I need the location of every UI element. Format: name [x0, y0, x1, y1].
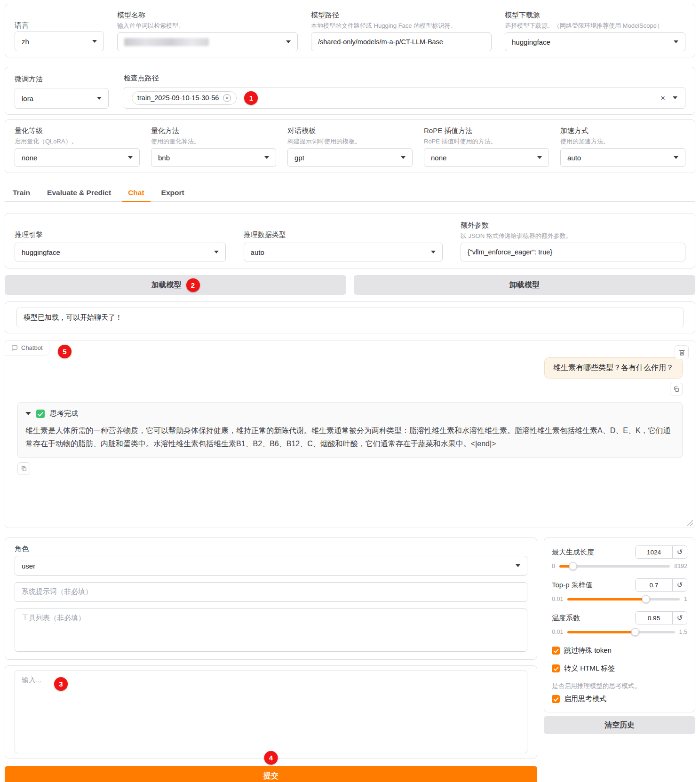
chevron-down-icon[interactable]: [673, 96, 677, 99]
booster-value: auto: [567, 154, 581, 162]
booster-dropdown[interactable]: auto: [560, 148, 685, 167]
infer-dtype-value: auto: [251, 248, 264, 256]
model-name-dropdown[interactable]: [117, 32, 298, 51]
skip-special-tokens-checkbox[interactable]: 跳过特殊 token: [552, 646, 687, 655]
load-model-label: 加载模型: [151, 280, 182, 290]
chevron-down-icon: [401, 156, 406, 159]
booster-hint: 使用的加速方法。: [560, 137, 685, 146]
extra-args-label: 额外参数: [461, 220, 685, 230]
query-input[interactable]: [15, 671, 527, 753]
system-prompt-input[interactable]: [15, 582, 527, 602]
chevron-down-icon: [264, 156, 269, 159]
chevron-down-icon: [92, 40, 97, 43]
copy-user-message-button[interactable]: [670, 383, 683, 395]
rope-dropdown[interactable]: none: [424, 148, 549, 167]
slider-thumb[interactable]: [642, 595, 650, 603]
quant-bit-field: 量化等级 启用量化（QLoRA）。 none: [15, 126, 140, 167]
infer-dtype-dropdown[interactable]: auto: [244, 243, 443, 261]
hub-label: 模型下载源: [505, 10, 685, 20]
escape-html-checkbox[interactable]: 转义 HTML 标签: [552, 664, 687, 673]
annotation-badge-2: 2: [186, 278, 200, 292]
user-message-bubble: 维生素有哪些类型？各有什么作用？: [544, 357, 683, 379]
hub-value: huggingface: [512, 38, 550, 46]
submit-button[interactable]: 提交: [5, 766, 537, 782]
tab-train[interactable]: Train: [7, 184, 36, 202]
checkpoint-multiselect[interactable]: train_2025-09-10-15-30-56 × 1 ×: [124, 87, 685, 109]
tab-chat[interactable]: Chat: [122, 184, 150, 202]
escape-html-label: 转义 HTML 标签: [564, 664, 615, 673]
reset-icon[interactable]: ↺: [672, 612, 687, 624]
temperature-slider[interactable]: [567, 631, 675, 633]
load-model-button[interactable]: 加载模型 2: [5, 275, 346, 295]
assistant-message-text: 维生素是人体所需的一种营养物质，它可以帮助身体保持健康，维持正常的新陈代谢。维生…: [25, 424, 675, 450]
model-name-label: 模型名称: [117, 10, 298, 20]
model-path-label: 模型路径: [311, 10, 492, 20]
top-p-input[interactable]: 0.7: [636, 579, 672, 591]
model-actions-row: 加载模型 2 卸载模型: [5, 275, 695, 295]
advanced-config-row: 量化等级 启用量化（QLoRA）。 none 量化方法 使用的量化算法。 bnb…: [5, 119, 695, 173]
model-path-input[interactable]: [311, 32, 492, 51]
finetune-dropdown[interactable]: lora: [15, 88, 109, 109]
rope-field: RoPE 插值方法 RoPE 插值时使用的方法。 none: [424, 126, 549, 167]
annotation-badge-1: 1: [244, 91, 258, 105]
clear-selection-icon[interactable]: ×: [660, 94, 665, 102]
infer-engine-field: 推理引擎 huggingface: [15, 229, 226, 261]
unload-model-button[interactable]: 卸载模型: [354, 275, 695, 295]
chevron-down-icon: [214, 251, 219, 253]
quant-bit-label: 量化等级: [15, 126, 140, 136]
tab-export[interactable]: Export: [155, 184, 191, 202]
quant-method-dropdown[interactable]: bnb: [151, 148, 276, 167]
tools-input[interactable]: [15, 608, 527, 652]
template-field: 对话模板 构建提示词时使用的模板。 gpt: [287, 126, 413, 167]
language-dropdown[interactable]: zh: [15, 32, 104, 51]
reset-icon[interactable]: ↺: [672, 579, 687, 591]
enable-thinking-checkbox[interactable]: 启用思考模式: [552, 695, 687, 703]
hub-dropdown[interactable]: huggingface: [505, 32, 685, 51]
max-len-slider[interactable]: [559, 565, 670, 568]
generation-config-group: 最大生成长度 1024 ↺ 8 8192 Top-p 采样值: [544, 537, 695, 712]
copy-assistant-message-button[interactable]: [17, 462, 30, 475]
infer-engine-dropdown[interactable]: huggingface: [15, 243, 226, 261]
chat-messages: 维生素有哪些类型？各有什么作用？ 思考完成 维生素是人体所需的一种营养物质，它可…: [5, 340, 695, 475]
temperature-min: 0.01: [552, 629, 563, 635]
finetune-value: lora: [22, 95, 33, 103]
clear-chat-button[interactable]: [675, 345, 689, 359]
infer-engine-label: 推理引擎: [15, 229, 226, 240]
rope-value: none: [431, 154, 446, 162]
reset-icon[interactable]: ↺: [672, 546, 687, 558]
rope-label: RoPE 插值方法: [424, 126, 549, 136]
thought-toggle[interactable]: 思考完成: [25, 409, 675, 418]
chatbot-resize-handle[interactable]: [687, 520, 693, 526]
top-p-max: 1: [684, 596, 687, 602]
language-field: 语言 zh: [15, 20, 104, 51]
chevron-down-icon: [537, 156, 542, 159]
slider-thumb[interactable]: [569, 562, 577, 570]
role-dropdown[interactable]: user: [15, 556, 527, 576]
max-len-label: 最大生成长度: [552, 548, 594, 557]
tab-evaluate-predict[interactable]: Evaluate & Predict: [41, 184, 117, 202]
temperature-input[interactable]: 0.95: [636, 612, 672, 624]
chevron-down-icon: [516, 564, 520, 567]
chatbot-panel: Chatbot 5 维生素有哪些类型？各有什么作用？ 思考完成 维生素是人体所需…: [5, 340, 695, 528]
status-group: 模型已加载，可以开始聊天了！: [5, 301, 695, 333]
max-len-input[interactable]: 1024: [636, 546, 672, 558]
booster-field: 加速方式 使用的加速方法。 auto: [560, 126, 685, 167]
chat-io-column: 角色 user 3 4 提交: [5, 537, 537, 782]
checkpoint-chip[interactable]: train_2025-09-10-15-30-56 ×: [132, 91, 237, 105]
status-message: 模型已加载，可以开始聊天了！: [16, 308, 684, 327]
annotation-badge-4: 4: [264, 751, 278, 765]
template-dropdown[interactable]: gpt: [287, 148, 413, 167]
top-p-slider[interactable]: [567, 598, 680, 600]
quant-bit-dropdown[interactable]: none: [15, 148, 140, 167]
chevron-down-icon: [128, 156, 133, 159]
clear-history-button[interactable]: 清空历史: [544, 716, 695, 734]
max-len-min: 8: [552, 563, 555, 569]
main-tabs: Train Evaluate & Predict Chat Export: [5, 184, 695, 202]
chip-remove-icon[interactable]: ×: [223, 94, 231, 102]
chatbot-label: Chatbot: [21, 344, 43, 351]
thinking-mode-hint: 是否启用推理模型的思考模式。: [552, 682, 687, 690]
template-hint: 构建提示词时使用的模板。: [287, 137, 413, 146]
slider-thumb[interactable]: [631, 628, 639, 636]
chevron-down-icon: [97, 97, 102, 100]
extra-args-input[interactable]: [461, 243, 685, 261]
